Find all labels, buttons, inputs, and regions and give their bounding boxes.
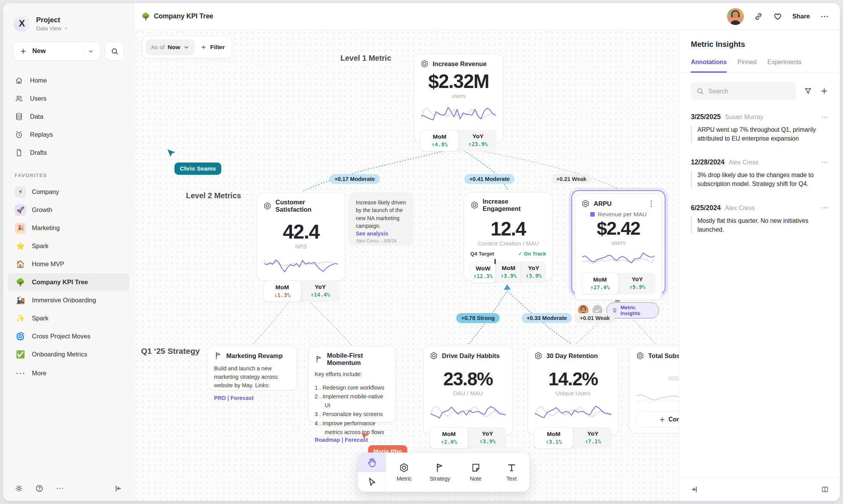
select-tool-button[interactable] bbox=[358, 472, 386, 492]
favorite-item-growth[interactable]: 🚀Growth bbox=[8, 201, 129, 219]
overflow-dots-icon[interactable] bbox=[55, 484, 64, 493]
card-menu-kebab-icon[interactable] bbox=[647, 199, 655, 208]
stat-mom[interactable]: MoM ↓1.3% bbox=[263, 280, 301, 302]
metric-card-30-day-retention[interactable]: 30 Day Retention 14.2% Unique Users MoM … bbox=[528, 346, 619, 435]
favorite-item-company[interactable]: ⚡Company bbox=[8, 183, 129, 201]
note-tool-button[interactable]: Note bbox=[458, 453, 494, 492]
strategy-tool-button[interactable]: Strategy bbox=[422, 453, 458, 492]
metric-card-increase-revenue[interactable]: Increase Revenue $2.32M users MoM ↑4.8% … bbox=[414, 54, 503, 143]
as-of-selector[interactable]: As of Now bbox=[146, 39, 194, 55]
annotation-search[interactable] bbox=[691, 82, 796, 100]
user-avatar[interactable] bbox=[727, 8, 744, 25]
tab-annotations[interactable]: Annotations bbox=[691, 59, 727, 73]
stat-yoy[interactable]: YoY ↑3.9% bbox=[468, 427, 507, 449]
target-label: Q4 Target bbox=[470, 251, 494, 257]
metric-card-customer-satisfaction[interactable]: Customer Satisfaction 42.4 NPS MoM ↓1.3%… bbox=[257, 193, 345, 281]
help-icon[interactable] bbox=[35, 484, 44, 493]
connect-data-button[interactable]: Connec bbox=[636, 411, 679, 428]
search-input[interactable] bbox=[708, 88, 791, 95]
annotation-menu-icon[interactable] bbox=[821, 159, 828, 166]
favorite-item-spark[interactable]: ✨Spark bbox=[8, 309, 129, 327]
board-menu-icon[interactable] bbox=[820, 12, 829, 21]
sidebar: X Project Data View New HomeUsersDataRep… bbox=[3, 3, 134, 501]
metric-card-total-subscriptions[interactable]: Total Subscript Connec bbox=[629, 346, 679, 433]
as-of-value: Now bbox=[168, 44, 180, 51]
sidebar-item-home[interactable]: Home bbox=[3, 71, 134, 90]
strategy-links[interactable]: PRD | Forecast bbox=[214, 395, 290, 401]
connect-label: Connec bbox=[669, 416, 679, 423]
metric-hexnut-icon bbox=[420, 60, 429, 68]
sidebar-item-data[interactable]: Data bbox=[3, 108, 134, 126]
stat-mom[interactable]: MoM ↑3.9% bbox=[496, 262, 521, 283]
note-card[interactable]: Increase likely driven by the launch of … bbox=[350, 193, 412, 243]
add-annotation-icon[interactable] bbox=[820, 87, 828, 95]
sidebar-item-drafts[interactable]: Drafts bbox=[3, 144, 134, 162]
favorite-item-onboarding-metrics[interactable]: ✅Onboarding Metrics bbox=[8, 345, 129, 363]
annotation-menu-icon[interactable] bbox=[821, 204, 828, 212]
stat-yoy[interactable]: YoY ↑9.9% bbox=[619, 273, 655, 294]
data-icon bbox=[15, 112, 23, 121]
favorite-label: Company bbox=[32, 188, 59, 196]
favorite-item-home-mvp[interactable]: 🏠Home MVP bbox=[8, 255, 129, 273]
metric-card-arpu[interactable]: ARPU Revenue per MAU $2.42 users bbox=[571, 190, 665, 295]
stat-mom[interactable]: MoM ↑27.4% bbox=[581, 273, 619, 294]
chevron-down-icon[interactable] bbox=[88, 48, 94, 54]
sparkline bbox=[582, 249, 655, 269]
home-icon bbox=[15, 76, 23, 85]
metric-card-drive-daily-habbits[interactable]: Drive Daily Habbits 23.8% DAU / MAU MoM … bbox=[423, 346, 513, 435]
stat-mom[interactable]: MoM ↑2.6% bbox=[430, 427, 468, 449]
stat-yoy[interactable]: YoY ↑3.9% bbox=[521, 262, 546, 283]
favorite-item-immersive-onboarding[interactable]: 🚂Immersive Onboarding bbox=[8, 291, 129, 309]
share-button[interactable]: Share bbox=[792, 13, 810, 20]
filter-funnel-icon[interactable] bbox=[804, 87, 812, 95]
metric-hexnut-icon bbox=[534, 351, 543, 360]
stat-yoy[interactable]: YoY ↑23.9% bbox=[459, 130, 497, 151]
strategy-card-marketing-revamp[interactable]: Marketing Revamp Build and launch a new … bbox=[207, 346, 297, 390]
favorite-heart-icon[interactable] bbox=[773, 12, 782, 21]
panel-footer bbox=[679, 477, 840, 501]
add-filter-button[interactable]: Filter bbox=[201, 44, 225, 51]
view-switcher[interactable]: Data View bbox=[36, 25, 68, 32]
hand-tool-button[interactable] bbox=[358, 453, 386, 472]
metric-unit: Unique Users bbox=[534, 390, 612, 396]
stat-mom[interactable]: MoM ↑4.8% bbox=[420, 130, 459, 151]
metric-value: $2.42 bbox=[581, 219, 655, 238]
annotation-menu-icon[interactable] bbox=[821, 113, 828, 121]
strategy-card-mobile-first-momentum[interactable]: Mobile-First Momentum Key efforts includ… bbox=[308, 346, 396, 423]
more-label: More bbox=[32, 370, 46, 377]
text-tool-button[interactable]: Text bbox=[494, 453, 529, 492]
sidebar-item-replays[interactable]: Replays bbox=[3, 126, 134, 144]
annotation-text: 3% drop likely due to the changes made t… bbox=[691, 171, 828, 188]
stat-wow[interactable]: WoW ↑12.3% bbox=[470, 262, 496, 283]
copy-link-icon[interactable] bbox=[754, 12, 763, 21]
filter-label: Filter bbox=[210, 44, 225, 51]
see-analysis-link[interactable]: See analysis bbox=[356, 230, 406, 237]
new-button[interactable]: New bbox=[13, 41, 100, 61]
collapse-panel-icon[interactable] bbox=[690, 485, 699, 494]
strategy-intro: Key efforts include: bbox=[315, 370, 390, 379]
sidebar-search-button[interactable] bbox=[105, 41, 124, 61]
project-header[interactable]: X Project Data View bbox=[13, 15, 124, 32]
legend-swatch bbox=[590, 212, 595, 217]
sidebar-item-users[interactable]: Users bbox=[3, 90, 134, 108]
settings-gear-icon[interactable] bbox=[15, 484, 23, 493]
tab-experiments[interactable]: Experiments bbox=[767, 59, 802, 73]
favorite-item-marketing[interactable]: 🎉Marketing bbox=[8, 219, 129, 237]
cursor-chris-seams: Chris Seams bbox=[167, 148, 221, 175]
stat-mom[interactable]: MoM ↑3.1% bbox=[534, 427, 573, 449]
card-title: Increase Revenue bbox=[433, 60, 486, 68]
stat-yoy[interactable]: YoY ↑14.4% bbox=[301, 280, 339, 302]
search-icon bbox=[111, 47, 119, 55]
favorite-item-cross-project-moves[interactable]: 🌀Cross Project Moves bbox=[8, 327, 129, 345]
tab-pinned[interactable]: Pinned bbox=[737, 59, 757, 73]
metric-card-increase-engagement[interactable]: Increase Engagement 12.4 Content Creatio… bbox=[464, 192, 553, 280]
favorite-item-company-kpi-tree[interactable]: 🌳Company KPI Tree bbox=[8, 273, 129, 291]
metric-tool-button[interactable]: Metric bbox=[386, 453, 422, 492]
annotation-author: Alex Cress bbox=[729, 159, 758, 166]
sidebar-item-more[interactable]: More bbox=[8, 364, 129, 382]
split-view-icon[interactable] bbox=[821, 485, 829, 494]
favorite-item-spark[interactable]: ⭐Spark bbox=[8, 237, 129, 255]
collapse-sidebar-icon[interactable] bbox=[114, 484, 123, 493]
kpi-tree-canvas[interactable]: As of Now Filter Level 1 Metric Level 2 … bbox=[134, 30, 679, 501]
stat-yoy[interactable]: YoY ↑7.1% bbox=[573, 427, 612, 449]
